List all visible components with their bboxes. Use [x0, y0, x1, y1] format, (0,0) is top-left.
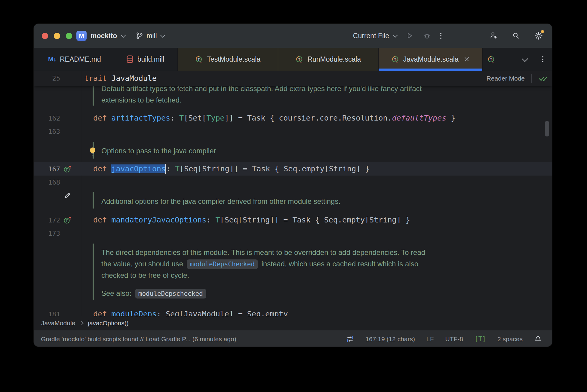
tab-build-mill[interactable]: build.mill: [113, 48, 177, 71]
gutter-row[interactable]: 168: [34, 176, 82, 189]
token: mandatoryJavacOptions: [111, 216, 206, 224]
indent-widget[interactable]: 2 spaces: [497, 335, 523, 343]
chevron-down-icon: [522, 55, 528, 62]
editor[interactable]: 162163167T168172T173181Default artifact …: [34, 86, 552, 316]
token: }: [446, 114, 455, 122]
lightbulb-icon[interactable]: [88, 146, 97, 157]
line-ending-widget[interactable]: LF: [426, 335, 434, 343]
token: :: [166, 164, 175, 173]
token: T: [179, 114, 184, 122]
doc-line[interactable]: Default artifact types to fetch and put …: [34, 86, 552, 94]
token: [Seq[String]] = Task { Seq.empty[String]…: [180, 164, 370, 173]
bell-icon[interactable]: [534, 335, 542, 343]
double-check-icon[interactable]: [538, 75, 549, 82]
token: [Set[: [184, 114, 206, 122]
gutter-row[interactable]: 173: [34, 227, 82, 240]
token: javacOptions: [111, 164, 166, 173]
show-hidden-tabs-button[interactable]: [515, 48, 533, 71]
settings-button[interactable]: [534, 31, 543, 40]
encoding-widget[interactable]: UTF-8: [445, 335, 463, 343]
keyword-trait: trait: [84, 74, 107, 83]
svg-text:T: T: [490, 57, 492, 62]
kebab-icon: [542, 56, 543, 62]
sticky-line-number: 25: [34, 75, 60, 82]
token: Type: [206, 114, 224, 122]
gutter-row[interactable]: 163: [34, 125, 82, 138]
sticky-line[interactable]: 25 trait JavaModule Reader Mode: [34, 71, 552, 86]
breadcrumb-module[interactable]: JavaModule: [41, 320, 75, 327]
mill-icon: [126, 55, 134, 63]
tab-runmodule-scala[interactable]: TRunModule.scala: [278, 48, 378, 71]
run-config-selector[interactable]: Current File: [353, 32, 396, 40]
token: Options to pass to the java compiler: [101, 147, 216, 155]
code-line[interactable]: def mandatoryJavacOptions: T[Seq[String]…: [34, 213, 552, 227]
vcs-branch-widget[interactable]: mill: [136, 32, 164, 40]
svg-text:T: T: [394, 57, 396, 62]
tab-testmodule-scala[interactable]: TTestModule.scala: [177, 48, 278, 71]
line-number: 168: [34, 179, 60, 186]
tab-overflow[interactable]: T: [482, 48, 503, 71]
token: T: [175, 164, 180, 173]
code-line[interactable]: def moduleDeps: Seq[JavaModule] = Seq.em…: [34, 308, 552, 316]
token: the value, you should use: [101, 260, 185, 268]
doc-line[interactable]: See also: moduleDepschecked: [34, 288, 552, 299]
ide-window: M mockito mill Current File: [34, 24, 552, 347]
caret-position-widget[interactable]: 167:19 (12 chars): [365, 335, 415, 343]
search-icon[interactable]: [512, 32, 520, 40]
close-tab-icon[interactable]: [464, 56, 470, 62]
tab-label: TestModule.scala: [207, 55, 260, 63]
token: extensions to be fetched.: [101, 96, 182, 104]
doc-line[interactable]: The direct dependencies of this module. …: [34, 247, 552, 258]
status-message[interactable]: Gradle 'mockito' build scripts found // …: [41, 335, 346, 343]
reader-mode-label[interactable]: Reader Mode: [487, 75, 525, 82]
tab-readme-md[interactable]: M↓README.md: [34, 48, 113, 71]
trait-name: JavaModule: [111, 74, 157, 83]
token: moduleDeps: [111, 310, 157, 316]
doc-line[interactable]: checked to be free of cycle.: [34, 270, 552, 281]
editor-tab-bar: M↓README.mdbuild.millTTestModule.scalaTR…: [34, 48, 552, 71]
branch-name: mill: [146, 32, 157, 40]
svg-text:T: T: [198, 57, 200, 62]
token: [84, 310, 93, 316]
code-line[interactable]: def artifactTypes: T[Set[Type]] = Task {…: [34, 112, 552, 125]
run-controls: Current File: [353, 32, 441, 40]
breadcrumb-member[interactable]: javacOptions(): [88, 320, 128, 327]
add-user-icon[interactable]: [490, 32, 498, 40]
branch-icon: [136, 32, 143, 40]
more-actions-button[interactable]: [440, 33, 441, 39]
token: The direct dependencies of this module. …: [101, 248, 425, 256]
tab-label: JavaModule.scala: [403, 55, 459, 63]
token: [107, 310, 111, 316]
tab-javamodule-scala[interactable]: TJavaModule.scala: [378, 48, 482, 71]
code-line[interactable]: def javacOptions: T[Seq[String]] = Task …: [34, 162, 552, 176]
play-icon[interactable]: [405, 32, 414, 40]
tab-bar-spacer: [503, 48, 515, 71]
token: See also:: [101, 289, 134, 297]
scala-trait-icon: T: [195, 55, 203, 63]
doc-line[interactable]: the value, you should use moduleDepsChec…: [34, 258, 552, 270]
close-window-button[interactable]: [42, 33, 48, 39]
chevron-down-icon: [393, 32, 398, 38]
scala-trait-icon: T: [296, 55, 303, 63]
tab-options-button[interactable]: [533, 48, 552, 71]
type-profile-indicator[interactable]: [T]: [475, 335, 486, 343]
token: :: [170, 114, 179, 122]
token: ]] = Task { coursier.core.Resolution.: [225, 114, 392, 122]
chevron-down-icon: [160, 32, 165, 38]
token: def: [93, 114, 107, 122]
token: : Seq[JavaModule] = Seq.empty: [157, 310, 288, 316]
doc-line[interactable]: extensions to be fetched.: [34, 94, 552, 106]
doc-line[interactable]: Additional options for the java compiler…: [34, 196, 552, 207]
load-changes-icon[interactable]: [346, 335, 354, 343]
project-widget[interactable]: M mockito: [76, 31, 124, 41]
zoom-window-button[interactable]: [66, 33, 72, 39]
status-bar: Gradle 'mockito' build scripts found // …: [34, 330, 552, 347]
doc-line[interactable]: Options to pass to the java compiler: [34, 145, 552, 157]
breadcrumb: JavaModule javacOptions(): [34, 316, 552, 330]
separator: [531, 74, 532, 83]
markdown-icon: M↓: [48, 56, 56, 63]
bug-icon[interactable]: [423, 32, 431, 40]
minimize-window-button[interactable]: [54, 33, 60, 39]
token: T: [216, 216, 220, 224]
desktop: { "titlebar": { "project_icon_letter": "…: [0, 0, 587, 392]
